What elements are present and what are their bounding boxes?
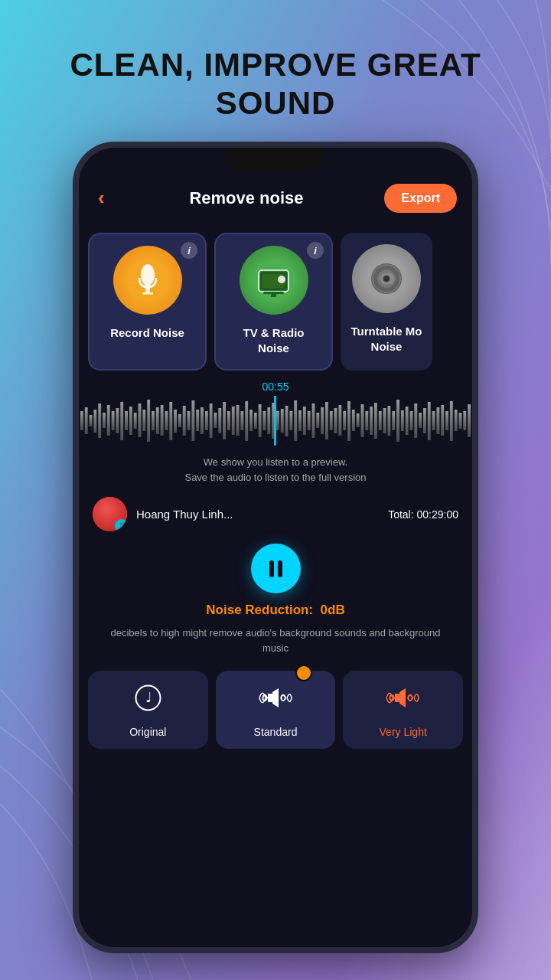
- svg-rect-47: [218, 408, 221, 433]
- svg-rect-78: [357, 413, 360, 427]
- svg-rect-45: [210, 403, 213, 438]
- svg-rect-65: [298, 410, 302, 431]
- standard-sound-card[interactable]: Standard: [216, 671, 336, 749]
- noise-reduction-section: Noise Reduction: 0dB: [79, 599, 472, 621]
- svg-rect-81: [370, 407, 373, 435]
- noise-reduction-label: Noise Reduction: 0dB: [206, 603, 344, 617]
- svg-rect-61: [281, 409, 284, 433]
- svg-rect-91: [414, 403, 417, 438]
- tv-radio-noise-card[interactable]: i TV & RadioNoise: [214, 233, 333, 371]
- svg-rect-66: [303, 407, 306, 435]
- preview-text: We show you listen to a preview. Save th…: [79, 446, 472, 491]
- svg-rect-55: [254, 413, 257, 429]
- svg-rect-100: [455, 410, 458, 431]
- svg-rect-30: [142, 410, 145, 431]
- svg-rect-85: [387, 406, 390, 436]
- screen-title: Remove noise: [189, 188, 303, 208]
- svg-rect-73: [334, 408, 337, 433]
- svg-rect-44: [205, 411, 208, 430]
- svg-rect-101: [459, 413, 462, 429]
- svg-rect-57: [263, 411, 266, 430]
- svg-rect-41: [191, 400, 194, 441]
- info-badge-tv[interactable]: i: [307, 242, 324, 259]
- svg-rect-98: [445, 411, 448, 430]
- music-note-icon: ♩: [135, 684, 161, 717]
- svg-point-1: [141, 264, 155, 286]
- waveform-canvas[interactable]: [79, 396, 472, 446]
- pause-bar-left: [269, 560, 274, 577]
- record-noise-label: Record Noise: [110, 325, 184, 341]
- svg-rect-17: [85, 407, 88, 434]
- svg-text:♩: ♩: [145, 690, 151, 705]
- record-noise-card[interactable]: i Record Noise: [88, 233, 207, 371]
- svg-rect-71: [325, 402, 328, 439]
- page-title: CLEAN, IMPROVE GREAT SOUND: [0, 46, 551, 123]
- svg-rect-10: [271, 294, 276, 297]
- svg-rect-53: [245, 401, 248, 441]
- svg-rect-62: [285, 406, 289, 436]
- tv-radio-noise-label: TV & RadioNoise: [243, 325, 304, 355]
- svg-rect-22: [107, 405, 110, 436]
- svg-rect-58: [267, 407, 270, 434]
- svg-rect-16: [80, 411, 83, 430]
- original-sound-card[interactable]: ♩ Original: [88, 671, 208, 749]
- svg-rect-34: [161, 405, 164, 436]
- svg-rect-49: [227, 411, 230, 430]
- svg-rect-31: [147, 400, 150, 442]
- sound-mode-cards: ♩ Original: [79, 663, 472, 760]
- pause-icon: [269, 560, 282, 577]
- svg-rect-46: [214, 413, 217, 428]
- svg-rect-88: [401, 410, 404, 431]
- svg-rect-69: [316, 413, 319, 428]
- svg-rect-42: [196, 410, 199, 431]
- svg-rect-92: [419, 413, 422, 428]
- svg-rect-79: [361, 404, 364, 437]
- svg-rect-67: [308, 411, 311, 430]
- svg-marker-108: [272, 688, 279, 707]
- active-indicator-dot: [295, 665, 312, 681]
- svg-rect-4: [142, 292, 153, 295]
- track-left: 🎵 Hoang Thuy Linh...: [93, 497, 233, 531]
- info-badge-record[interactable]: i: [181, 242, 197, 259]
- svg-rect-82: [374, 403, 377, 439]
- standard-label: Standard: [254, 726, 298, 738]
- svg-rect-97: [441, 405, 444, 436]
- svg-rect-51: [236, 405, 240, 436]
- svg-rect-33: [156, 407, 159, 434]
- svg-rect-80: [365, 411, 368, 430]
- turntable-noise-card[interactable]: Turntable MoNoise: [341, 233, 432, 371]
- export-button[interactable]: Export: [384, 184, 457, 213]
- waveform-section: 00:55: [79, 377, 472, 446]
- track-name: Hoang Thuy Linh...: [136, 508, 233, 521]
- svg-rect-63: [289, 411, 292, 430]
- svg-rect-84: [383, 408, 386, 433]
- phone-frame: ‹ Remove noise Export i Record Noise: [73, 142, 478, 953]
- pause-bar-right: [278, 560, 282, 577]
- turntable-noise-label: Turntable MoNoise: [350, 324, 422, 354]
- original-label: Original: [129, 726, 166, 738]
- svg-rect-83: [379, 411, 382, 430]
- svg-rect-87: [396, 400, 399, 442]
- track-duration: Total: 00:29:00: [388, 508, 458, 521]
- play-pause-button[interactable]: [251, 544, 301, 593]
- sound-waves-icon: [259, 684, 293, 717]
- svg-rect-48: [223, 402, 226, 439]
- very-light-sound-card[interactable]: Very Light: [343, 671, 463, 749]
- svg-rect-86: [392, 411, 395, 430]
- svg-rect-89: [406, 407, 409, 435]
- svg-rect-25: [120, 402, 123, 440]
- svg-rect-72: [330, 411, 333, 430]
- turntable-icon: [352, 244, 421, 313]
- svg-rect-20: [98, 403, 101, 438]
- svg-rect-76: [347, 401, 350, 441]
- noise-cards-section: i Record Noise i: [79, 225, 472, 371]
- noise-reduction-description: decibels to high might remove audio's ba…: [79, 621, 472, 660]
- svg-rect-109: [395, 694, 399, 702]
- back-button[interactable]: ‹: [94, 182, 109, 214]
- svg-rect-68: [312, 403, 315, 438]
- svg-point-15: [383, 276, 390, 282]
- tv-icon: [240, 246, 308, 315]
- svg-rect-96: [436, 407, 439, 434]
- svg-rect-3: [145, 290, 150, 292]
- time-indicator: 00:55: [262, 381, 289, 393]
